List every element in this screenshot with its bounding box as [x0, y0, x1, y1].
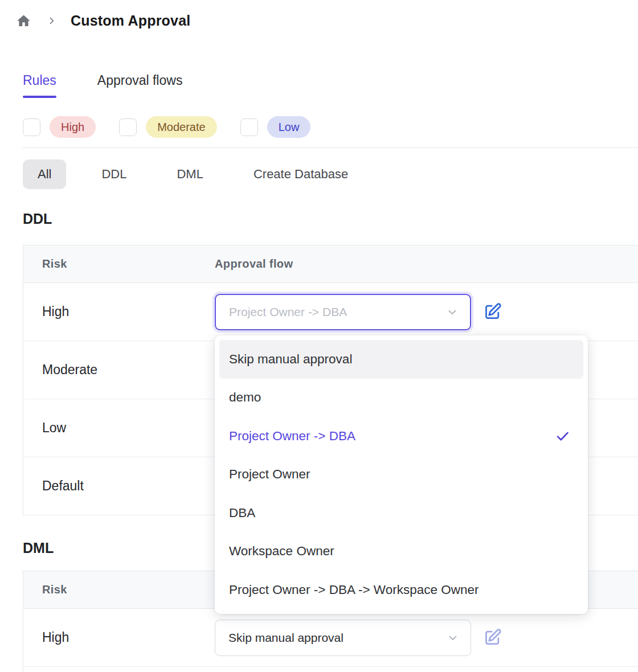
- ddl-section-title: DDL: [23, 211, 52, 227]
- ddl-table-header: Risk Approval flow: [23, 245, 638, 283]
- flow-cell: Project Owner -> DBA: [215, 294, 502, 330]
- risk-filter-row: High Moderate Low: [23, 116, 334, 138]
- dropdown-option-project-owner-dba-workspace-owner[interactable]: Project Owner -> DBA -> Workspace Owner: [215, 571, 588, 609]
- chevron-down-icon: [447, 632, 459, 644]
- breadcrumb: Custom Approval: [16, 13, 190, 29]
- home-icon[interactable]: [16, 13, 31, 28]
- page-title: Custom Approval: [71, 13, 190, 29]
- edit-flow-button[interactable]: [482, 628, 502, 648]
- dml-high-flow-select[interactable]: Skip manual approval: [215, 620, 471, 656]
- option-label: Project Owner: [229, 467, 310, 482]
- risk-cell: High: [23, 304, 215, 319]
- ddl-high-flow-select[interactable]: Project Owner -> DBA: [215, 294, 471, 330]
- divider: [22, 147, 638, 148]
- low-risk-badge: Low: [267, 116, 311, 138]
- select-value: Skip manual approval: [228, 631, 343, 645]
- risk-cell: Default: [23, 478, 215, 494]
- high-risk-badge: High: [50, 116, 96, 138]
- risk-column-header: Risk: [23, 257, 215, 271]
- low-checkbox[interactable]: [240, 118, 258, 136]
- dml-section-title: DML: [23, 540, 54, 556]
- moderate-risk-badge: Moderate: [146, 116, 217, 138]
- high-checkbox[interactable]: [23, 118, 40, 136]
- dropdown-option-project-owner[interactable]: Project Owner: [215, 456, 588, 494]
- risk-cell: High: [23, 630, 215, 645]
- option-label: Project Owner -> DBA: [229, 429, 355, 444]
- dropdown-option-workspace-owner[interactable]: Workspace Owner: [215, 532, 588, 571]
- approval-flow-dropdown: Skip manual approval demo Project Owner …: [215, 335, 588, 614]
- select-value: Project Owner -> DBA: [229, 305, 347, 319]
- tab-approval-flows[interactable]: Approval flows: [97, 72, 183, 89]
- dropdown-option-demo[interactable]: demo: [215, 379, 588, 417]
- table-row-ddl-high: High Project Owner -> DBA: [23, 283, 638, 341]
- top-tabs: Rules Approval flows: [23, 72, 182, 89]
- edit-icon: [483, 628, 502, 647]
- edit-icon: [483, 302, 502, 321]
- category-tab-ddl[interactable]: DDL: [87, 159, 141, 189]
- edit-flow-button[interactable]: [482, 302, 502, 322]
- category-tab-create-database[interactable]: Create Database: [239, 159, 363, 189]
- dropdown-option-dba[interactable]: DBA: [215, 494, 588, 532]
- filter-high: High: [23, 116, 96, 138]
- option-label: Project Owner -> DBA -> Workspace Owner: [229, 583, 479, 597]
- option-label: Workspace Owner: [229, 544, 334, 559]
- risk-cell: Moderate: [23, 362, 215, 378]
- category-tab-dml[interactable]: DML: [162, 159, 218, 189]
- option-label: demo: [229, 390, 261, 405]
- check-icon: [555, 428, 570, 444]
- chevron-right-icon: [47, 16, 56, 26]
- chevron-down-icon: [446, 306, 459, 318]
- category-tab-all[interactable]: All: [23, 159, 66, 189]
- dropdown-option-project-owner-dba[interactable]: Project Owner -> DBA: [215, 417, 588, 456]
- moderate-checkbox[interactable]: [119, 118, 137, 136]
- filter-moderate: Moderate: [119, 116, 217, 138]
- tab-rules[interactable]: Rules: [23, 72, 56, 89]
- option-label: DBA: [229, 506, 255, 521]
- option-label: Skip manual approval: [229, 352, 352, 367]
- flow-cell: Skip manual approval: [215, 620, 502, 656]
- risk-cell: Low: [23, 420, 215, 436]
- table-row-dml-partial: [23, 667, 638, 672]
- approval-flow-column-header: Approval flow: [215, 257, 293, 271]
- category-tabs: All DDL DML Create Database: [23, 159, 363, 189]
- table-row-dml-high: High Skip manual approval: [23, 609, 638, 667]
- filter-low: Low: [240, 116, 311, 138]
- risk-column-header: Risk: [23, 583, 215, 596]
- dropdown-option-skip-manual-approval[interactable]: Skip manual approval: [219, 340, 583, 379]
